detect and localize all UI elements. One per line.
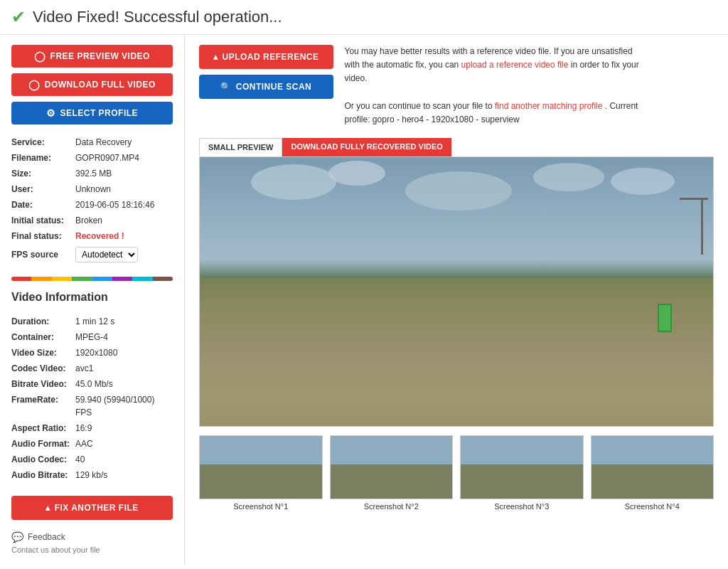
thumbnail-image[interactable]: Screenshot at 00:00:24 — [330, 435, 454, 499]
color-bar — [11, 277, 173, 281]
colorbar-brown — [153, 277, 173, 281]
success-icon: ✔ — [11, 7, 26, 27]
cloud-3 — [405, 171, 512, 211]
thumb-ground — [331, 464, 453, 499]
colorbar-red — [11, 277, 31, 281]
video-info-row: Container:MPEG-4 — [11, 331, 173, 344]
fps-row: FPS source Autodetect — [11, 247, 173, 262]
cloud-1 — [251, 164, 336, 200]
thumbnail-image[interactable]: Screenshot at 00:00:48 — [460, 435, 584, 499]
thumbnail-item: Screenshot at 00:00:24 Screenshot N°2 — [330, 435, 454, 511]
sliders-icon: ⚙ — [46, 107, 56, 119]
feedback-icon: 💬 — [11, 531, 23, 543]
crane-pole — [701, 198, 703, 255]
page-title: Video Fixed! Successful operation... — [33, 8, 282, 26]
video-info-row: Video Size:1920x1080 — [11, 346, 173, 359]
upload-icon: ▴ — [46, 503, 50, 513]
thumbnail-image[interactable]: Screenshot at 00:01:07 — [591, 435, 714, 499]
fps-select[interactable]: Autodetect — [75, 247, 138, 262]
colorbar-green — [72, 277, 92, 281]
header: ✔ Video Fixed! Successful operation... — [0, 0, 728, 35]
thumbnail-image[interactable]: Screenshot at 00:00:01 — [199, 435, 323, 499]
thumb-ground — [461, 464, 583, 499]
thumb-ground — [592, 464, 714, 499]
free-preview-button[interactable]: ◯ FREE PREVIEW VIDEO — [11, 45, 173, 68]
video-scene — [200, 157, 713, 426]
thumbnail-caption: Screenshot N°1 — [199, 502, 323, 511]
thumb-ground — [200, 464, 322, 499]
file-info: Service: Data Recovery Filename: GOPR090… — [11, 136, 173, 243]
colorbar-cyan — [132, 277, 152, 281]
final-status-row: Final status: Recovered ! — [11, 230, 173, 243]
video-info-row: Bitrate Video:45.0 Mb/s — [11, 378, 173, 390]
upload-reference-button[interactable]: ▴ UPLOAD REFERENCE — [199, 45, 333, 69]
thumbnail-caption: Screenshot N°2 — [330, 502, 454, 511]
video-info-row: Codec Video:avc1 — [11, 362, 173, 375]
upload-reference-link[interactable]: upload a reference video file — [461, 60, 571, 70]
thumbnail-caption: Screenshot N°4 — [591, 502, 714, 511]
video-info-row: Audio Format:AAC — [11, 437, 173, 450]
colorbar-purple — [112, 277, 132, 281]
play-icon: ◯ — [34, 50, 46, 62]
video-info-row: Audio Bitrate:129 kb/s — [11, 469, 173, 482]
date-row: Date: 2019-06-05 18:16:46 — [11, 198, 173, 211]
thumb-sky — [331, 436, 453, 464]
thumbnail-item: Screenshot at 00:00:48 Screenshot N°3 — [460, 435, 584, 511]
thumb-sky — [592, 436, 714, 464]
sidebar: ◯ FREE PREVIEW VIDEO ◯ DOWNLOAD FULL VID… — [0, 35, 185, 565]
cloud-2 — [328, 161, 385, 186]
contact-link: Contact us about your file — [11, 546, 173, 554]
preview-tabs: SMALL PREVIEW DOWNLOAD FULLY RECOVERED V… — [199, 138, 714, 156]
cloud-4 — [533, 163, 604, 191]
video-info-title: Video Information — [11, 291, 173, 304]
size-row: Size: 392.5 MB — [11, 167, 173, 180]
tab-download-recovered[interactable]: DOWNLOAD FULLY RECOVERED VIDEO — [282, 138, 451, 156]
video-info-row: FrameRate:59.940 (59940/1000) FPS — [11, 393, 173, 419]
colorbar-orange — [31, 277, 51, 281]
service-row: Service: Data Recovery — [11, 136, 173, 149]
main-content: ▴ UPLOAD REFERENCE 🔍 CONTINUE SCAN You m… — [185, 35, 728, 565]
tab-small-preview[interactable]: SMALL PREVIEW — [199, 138, 282, 156]
initial-status-row: Initial status: Broken — [11, 214, 173, 227]
cloud-5 — [611, 168, 675, 195]
continue-scan-button[interactable]: 🔍 CONTINUE SCAN — [199, 75, 333, 99]
green-sign — [658, 304, 672, 332]
download-icon: ◯ — [28, 79, 41, 90]
search-icon: 🔍 — [220, 82, 232, 92]
video-preview — [199, 156, 714, 427]
main-container: ◯ FREE PREVIEW VIDEO ◯ DOWNLOAD FULL VID… — [0, 35, 728, 565]
video-info-row: Audio Codec:40 — [11, 453, 173, 466]
cloud-upload-icon: ▴ — [213, 52, 218, 62]
thumbnail-strip: Screenshot at 00:00:01 Screenshot N°1 Sc… — [199, 435, 714, 511]
thumbnail-caption: Screenshot N°3 — [460, 502, 584, 511]
select-profile-button[interactable]: ⚙ SELECT PROFILE — [11, 102, 173, 124]
find-profile-link[interactable]: find another matching profile — [495, 101, 605, 111]
download-full-button[interactable]: ◯ DOWNLOAD FULL VIDEO — [11, 73, 173, 96]
video-info-table: Duration:1 min 12 sContainer:MPEG-4Video… — [11, 315, 173, 482]
action-buttons: ▴ UPLOAD REFERENCE 🔍 CONTINUE SCAN — [199, 45, 333, 127]
filename-row: Filename: GOPR0907.MP4 — [11, 151, 173, 164]
colorbar-blue — [92, 277, 112, 281]
thumb-sky — [200, 436, 322, 464]
thumbnail-item: Screenshot at 00:00:01 Screenshot N°1 — [199, 435, 323, 511]
action-description: You may have better results with a refer… — [345, 45, 643, 127]
colorbar-yellow — [52, 277, 72, 281]
fix-another-button[interactable]: ▴ FIX ANOTHER FILE — [11, 496, 173, 520]
thumb-sky — [461, 436, 583, 464]
thumbnail-item: Screenshot at 00:01:07 Screenshot N°4 — [591, 435, 714, 511]
feedback-link[interactable]: 💬 Feedback — [11, 531, 173, 543]
top-actions: ▴ UPLOAD REFERENCE 🔍 CONTINUE SCAN You m… — [199, 45, 714, 127]
video-info-row: Aspect Ratio:16:9 — [11, 422, 173, 435]
ground-bg — [200, 278, 713, 426]
user-row: User: Unknown — [11, 183, 173, 196]
video-info-row: Duration:1 min 12 s — [11, 315, 173, 328]
crane-arm — [680, 198, 708, 200]
